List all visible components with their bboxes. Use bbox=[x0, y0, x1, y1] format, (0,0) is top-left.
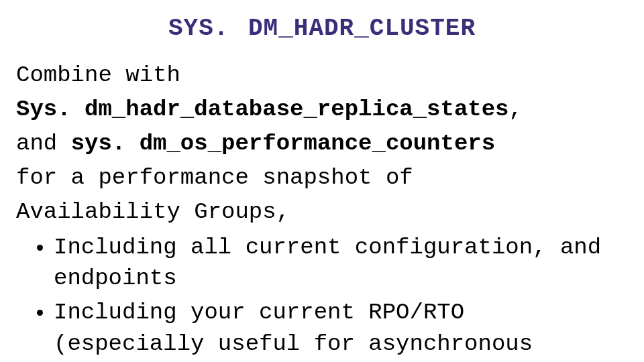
body-line-3-lead: and bbox=[16, 131, 71, 156]
body-line-4: for a performance snapshot of bbox=[16, 162, 628, 194]
body-line-2-tail: , bbox=[509, 97, 523, 122]
bullet-item-2: Including your current RPO/RTO (especial… bbox=[54, 297, 628, 360]
bullet-item-1: Including all current configuration, and… bbox=[54, 232, 628, 295]
slide-title: SYS. DM_HADR_CLUSTER bbox=[16, 15, 628, 42]
body-line-2: Sys. dm_hadr_database_replica_states, bbox=[16, 94, 628, 125]
body-line-1: Combine with bbox=[16, 60, 628, 91]
dmv-perf-counters: sys. dm_os_performance_counters bbox=[71, 131, 496, 156]
slide: SYS. DM_HADR_CLUSTER Combine with Sys. d… bbox=[0, 0, 644, 362]
body-line-5: Availability Groups, bbox=[16, 196, 628, 228]
body-line-3: and sys. dm_os_performance_counters bbox=[16, 128, 628, 160]
slide-body: Combine with Sys. dm_hadr_database_repli… bbox=[16, 60, 628, 360]
bullet-list: Including all current configuration, and… bbox=[16, 232, 628, 361]
dmv-replica-states: Sys. dm_hadr_database_replica_states bbox=[16, 97, 509, 122]
